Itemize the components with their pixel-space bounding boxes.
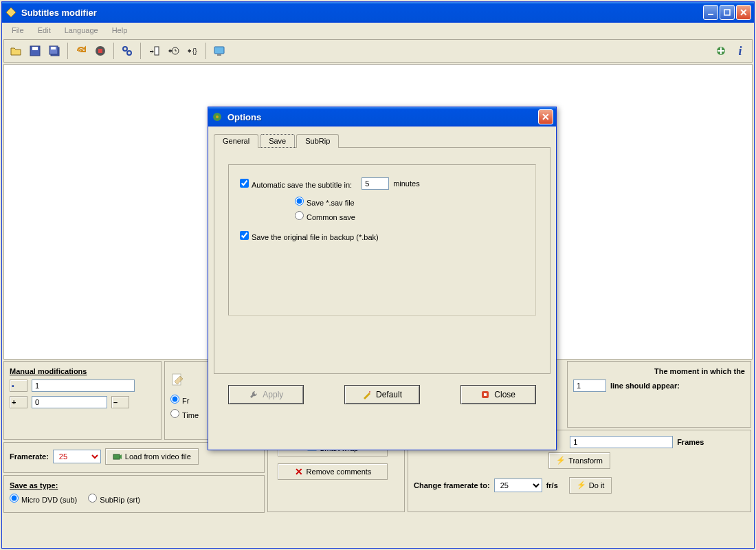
lightning-icon-2: ⚡ xyxy=(577,481,586,490)
framerate-label: Framerate: xyxy=(10,452,49,461)
apply-button[interactable]: Apply xyxy=(228,385,304,404)
svg-rect-16 xyxy=(217,54,221,56)
app-title: Subtitles modifier xyxy=(21,8,703,18)
manual-value-2[interactable] xyxy=(32,396,107,408)
tab-general[interactable]: General xyxy=(214,134,258,148)
stop-icon[interactable] xyxy=(91,42,109,60)
dialog-button-row: Apply Default Close xyxy=(208,380,556,410)
svg-rect-25 xyxy=(484,393,487,396)
maximize-button[interactable] xyxy=(720,5,735,20)
load-from-video-button[interactable]: Load from video file xyxy=(105,448,199,465)
line-should-label: line should appear: xyxy=(610,382,680,390)
do-it-button[interactable]: ⚡ Do it xyxy=(569,477,612,494)
stop-small-icon xyxy=(480,390,490,399)
svg-rect-4 xyxy=(32,47,38,50)
redo-icon[interactable] xyxy=(72,42,90,60)
wand-icon xyxy=(362,390,372,399)
save-options-frame: Automatic save the subtitle in: minutes … xyxy=(228,164,536,316)
options-icon xyxy=(211,111,223,123)
moment-group: The moment in which the line should appe… xyxy=(567,361,751,428)
svg-rect-1 xyxy=(708,14,713,15)
svg-point-23 xyxy=(369,391,370,393)
transform-button[interactable]: ⚡ Transform xyxy=(548,452,610,469)
svg-point-10 xyxy=(123,47,127,51)
options-dialog: Options ✕ General Save SubRip Automatic … xyxy=(208,107,557,450)
tab-subrip[interactable]: SubRip xyxy=(296,134,339,148)
minus-button[interactable]: – xyxy=(111,396,129,408)
frs-label: fr/s xyxy=(546,481,558,490)
moment-label: The moment in which the xyxy=(654,367,745,375)
radio-time[interactable]: Time xyxy=(170,409,199,419)
dialog-title: Options xyxy=(227,112,538,122)
shift-right-icon[interactable] xyxy=(145,42,163,60)
svg-marker-0 xyxy=(6,8,16,17)
plus-button[interactable]: + xyxy=(10,396,27,408)
menu-edit[interactable]: Edit xyxy=(32,25,56,36)
close-dialog-button[interactable]: Close xyxy=(460,385,536,404)
camera-icon xyxy=(113,452,122,461)
main-titlebar[interactable]: Subtitles modifier ✕ xyxy=(2,2,754,23)
default-button[interactable]: Default xyxy=(344,385,420,404)
lightning-icon: ⚡ xyxy=(556,456,566,465)
radio-frames[interactable]: Fr xyxy=(170,395,189,405)
change-framerate-label: Change framerate to: xyxy=(414,481,490,490)
menubar: File Edit Language Help xyxy=(2,23,754,38)
info-icon[interactable]: i xyxy=(731,42,749,60)
svg-text:{}: {} xyxy=(192,47,197,55)
find-icon[interactable] xyxy=(118,42,136,60)
menu-help[interactable]: Help xyxy=(107,25,133,36)
save-icon[interactable] xyxy=(26,42,44,60)
svg-rect-18 xyxy=(113,454,120,459)
snap-button[interactable]: ▪ xyxy=(10,380,27,392)
autosave-minutes-input[interactable] xyxy=(362,177,389,190)
plugin-icon[interactable] xyxy=(712,42,730,60)
change-framerate-select[interactable]: 25 xyxy=(494,478,542,492)
line-number-input[interactable] xyxy=(573,380,606,392)
radio-subrip[interactable]: SubRip (srt) xyxy=(88,494,140,504)
svg-point-22 xyxy=(216,116,219,118)
minimize-button[interactable] xyxy=(703,5,718,20)
dialog-close-button[interactable]: ✕ xyxy=(538,109,553,124)
backup-checkbox[interactable]: Save the original file in backup (*.bak) xyxy=(240,231,379,241)
monitor-icon[interactable] xyxy=(210,42,228,60)
tab-save[interactable]: Save xyxy=(260,134,295,148)
window-controls: ✕ xyxy=(703,5,751,20)
manual-modifications-group: Manual modifications ▪ + – xyxy=(3,361,162,440)
time-shift-icon[interactable] xyxy=(164,42,182,60)
close-button[interactable]: ✕ xyxy=(736,5,751,20)
x-icon: ✕ xyxy=(294,467,304,476)
save-as-type-group: Save as type: Micro DVD (sub) SubRip (sr… xyxy=(3,475,265,513)
wrench-icon xyxy=(249,390,258,399)
manual-title: Manual modifications xyxy=(10,367,155,375)
svg-point-11 xyxy=(127,51,131,55)
radio-save-sav[interactable]: Save *.sav file xyxy=(295,197,355,207)
manual-value-1[interactable] xyxy=(32,380,135,392)
autosave-checkbox[interactable]: Automatic save the subtitle in: xyxy=(240,179,352,189)
minutes-label: minutes xyxy=(393,179,420,188)
dialog-titlebar[interactable]: Options ✕ xyxy=(208,107,556,126)
app-icon xyxy=(5,6,17,19)
remove-comments-button[interactable]: ✕ Remove comments xyxy=(278,463,388,480)
open-icon[interactable] xyxy=(7,42,25,60)
frames-input-1[interactable] xyxy=(570,436,673,448)
svg-rect-9 xyxy=(98,49,102,53)
svg-rect-7 xyxy=(51,47,56,50)
edit-document-icon[interactable] xyxy=(170,373,186,389)
braces-icon[interactable]: {} xyxy=(184,42,201,60)
menu-language[interactable]: Language xyxy=(59,25,104,36)
svg-rect-12 xyxy=(155,47,159,55)
save-all-icon[interactable] xyxy=(45,42,63,60)
tab-strip: General Save SubRip xyxy=(208,127,556,148)
radio-common-save[interactable]: Common save xyxy=(295,211,355,221)
svg-rect-2 xyxy=(724,10,730,15)
tab-body: Automatic save the subtitle in: minutes … xyxy=(214,147,551,374)
toolbar: {} i xyxy=(3,39,753,63)
save-as-title: Save as type: xyxy=(10,481,258,490)
frames-label-2: Frames xyxy=(677,438,704,446)
menu-file[interactable]: File xyxy=(6,25,30,36)
radio-microdvd[interactable]: Micro DVD (sub) xyxy=(10,494,77,504)
framerate-select[interactable]: 25 xyxy=(53,450,101,463)
svg-rect-15 xyxy=(214,47,224,54)
